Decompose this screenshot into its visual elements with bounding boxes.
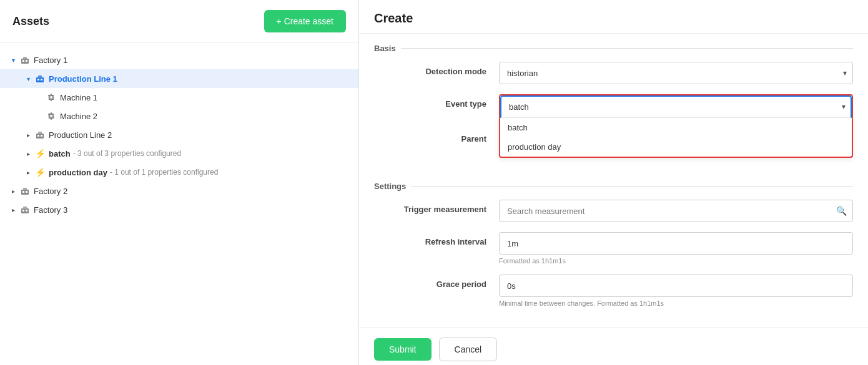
svg-rect-14 [22, 191, 24, 193]
prodline1-label: Production Line 1 [49, 74, 117, 84]
svg-rect-0 [21, 59, 29, 64]
trigger-measurement-label: Trigger measurement [374, 200, 499, 214]
svg-rect-5 [38, 75, 42, 78]
svg-rect-16 [21, 208, 29, 213]
create-title: Create [374, 11, 853, 26]
dropdown-item-production-day[interactable]: production day [500, 137, 852, 157]
grace-period-row: Grace period Minimal time between change… [374, 275, 853, 307]
prodday-label: production day [49, 168, 107, 177]
grace-period-control: Minimal time between changes. Formatted … [499, 275, 853, 307]
search-icon: 🔍 [836, 206, 847, 216]
grace-period-input[interactable] [499, 275, 853, 297]
toggle-prodline1: ▾ [22, 75, 34, 82]
prodline2-label: Production Line 2 [49, 130, 112, 140]
tree-item-machine2[interactable]: Machine 2 [0, 107, 358, 125]
toggle-prodday: ▸ [22, 169, 34, 176]
toggle-batch: ▸ [22, 150, 34, 157]
left-header: Assets + Create asset [0, 0, 358, 43]
prodline1-icon [34, 72, 46, 85]
toggle-factory2: ▸ [7, 188, 19, 195]
event-type-label: Event type [374, 94, 499, 109]
settings-section-title: Settings [374, 182, 853, 191]
svg-rect-1 [23, 57, 27, 59]
detection-mode-select[interactable]: historian realtime manual [499, 62, 853, 84]
left-panel: Assets + Create asset ▾ Factory 1 ▾ Prod… [0, 0, 359, 365]
machine1-icon [45, 91, 57, 104]
detection-mode-row: Detection mode historian realtime manual… [374, 62, 853, 84]
svg-rect-4 [36, 77, 44, 82]
factory2-icon [19, 185, 31, 197]
detection-mode-select-wrapper: historian realtime manual ▾ [499, 62, 853, 84]
svg-rect-6 [37, 79, 39, 80]
refresh-interval-label: Refresh interval [374, 232, 499, 246]
tree-item-batch[interactable]: ▸ ⚡ batch - 3 out of 3 properties config… [0, 144, 358, 163]
tree-item-prodline2[interactable]: ▸ Production Line 2 [0, 125, 358, 144]
form-footer: Submit Cancel [359, 327, 868, 365]
svg-rect-11 [41, 135, 42, 137]
svg-rect-15 [26, 191, 27, 193]
event-type-select[interactable]: batch batch production day [500, 95, 852, 118]
event-type-row: Event type batch batch production day ▾ … [374, 94, 853, 119]
search-measurement-input[interactable] [499, 200, 853, 222]
batch-label: batch [49, 149, 71, 158]
event-type-control: batch batch production day ▾ batch produ… [499, 94, 853, 119]
trigger-measurement-row: Trigger measurement 🔍 [374, 200, 853, 222]
machine2-icon [45, 110, 57, 122]
detection-mode-label: Detection mode [374, 62, 499, 76]
svg-rect-18 [22, 210, 24, 212]
right-panel: Create Basis Detection mode historian re… [359, 0, 868, 365]
svg-rect-2 [22, 60, 24, 62]
detection-mode-control: historian realtime manual ▾ [499, 62, 853, 84]
refresh-interval-row: Refresh interval Formatted as 1h1m1s [374, 232, 853, 265]
factory2-label: Factory 2 [34, 187, 67, 196]
event-type-dropdown: batch production day [499, 118, 853, 158]
basis-section: Basis Detection mode historian realtime … [359, 34, 868, 172]
svg-rect-3 [26, 60, 27, 62]
tree-item-machine1[interactable]: Machine 1 [0, 88, 358, 107]
machine1-label: Machine 1 [60, 93, 97, 102]
prodday-sublabel: - 1 out of 1 properties configured [110, 168, 218, 177]
svg-rect-13 [23, 188, 27, 190]
factory3-icon [19, 203, 31, 216]
svg-rect-12 [21, 190, 29, 195]
tree-item-factory1[interactable]: ▾ Factory 1 [0, 51, 358, 69]
refresh-interval-control: Formatted as 1h1m1s [499, 232, 853, 265]
create-asset-button[interactable]: + Create asset [264, 10, 346, 32]
svg-rect-10 [37, 135, 39, 137]
svg-rect-8 [36, 134, 44, 139]
trigger-measurement-control: 🔍 [499, 200, 853, 222]
factory3-label: Factory 3 [34, 205, 67, 215]
refresh-interval-hint: Formatted as 1h1m1s [499, 257, 853, 265]
parent-label: Parent [374, 129, 499, 144]
cancel-button[interactable]: Cancel [439, 338, 498, 361]
factory1-label: Factory 1 [34, 56, 67, 65]
asset-tree: ▾ Factory 1 ▾ Production Line 1 Machine … [0, 43, 358, 365]
submit-button[interactable]: Submit [374, 338, 432, 361]
toggle-factory1: ▾ [7, 57, 19, 64]
grace-period-hint: Minimal time between changes. Formatted … [499, 299, 853, 307]
toggle-prodline2: ▸ [22, 132, 34, 139]
event-type-select-wrapper: batch batch production day ▾ [500, 95, 852, 118]
prodday-icon: ⚡ [34, 166, 46, 178]
batch-icon: ⚡ [34, 147, 46, 160]
search-wrapper: 🔍 [499, 200, 853, 222]
grace-period-label: Grace period [374, 275, 499, 289]
refresh-interval-input[interactable] [499, 232, 853, 255]
batch-sublabel: - 3 out of 3 properties configured [73, 149, 181, 158]
machine2-label: Machine 2 [60, 112, 97, 121]
basis-section-title: Basis [374, 44, 853, 53]
tree-item-factory3[interactable]: ▸ Factory 3 [0, 200, 358, 219]
dropdown-item-batch[interactable]: batch [500, 118, 852, 137]
right-header: Create [359, 0, 868, 34]
event-type-container: batch batch production day ▾ batch produ… [499, 94, 853, 119]
tree-item-prodday[interactable]: ▸ ⚡ production day - 1 out of 1 properti… [0, 163, 358, 182]
assets-title: Assets [12, 15, 49, 28]
tree-item-prodline1[interactable]: ▾ Production Line 1 [0, 69, 358, 88]
svg-rect-9 [38, 132, 42, 134]
toggle-factory3: ▸ [7, 207, 19, 213]
svg-rect-7 [41, 79, 42, 80]
svg-rect-17 [23, 207, 27, 209]
svg-rect-19 [26, 210, 27, 212]
prodline2-icon [34, 129, 46, 141]
tree-item-factory2[interactable]: ▸ Factory 2 [0, 182, 358, 200]
